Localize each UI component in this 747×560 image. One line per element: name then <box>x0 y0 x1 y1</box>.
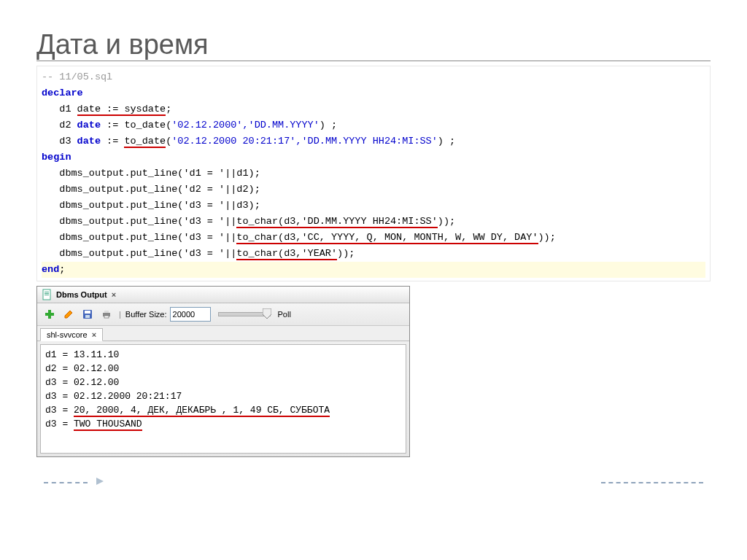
poll-label: Poll <box>278 310 291 319</box>
svg-marker-6 <box>65 311 72 318</box>
output-area[interactable]: d1 = 13.11.10 d2 = 02.12.00 d3 = 02.12.0… <box>40 344 406 454</box>
pencil-icon[interactable] <box>61 306 77 322</box>
footer-dash-left <box>44 482 88 483</box>
svg-rect-1 <box>44 292 49 292</box>
underline-out6: TWO THOUSAND <box>74 419 142 431</box>
svg-rect-12 <box>104 316 109 318</box>
output-line: d3 = 02.12.00 <box>45 377 119 388</box>
poll-slider[interactable] <box>218 312 271 316</box>
slider-thumb-icon[interactable] <box>263 308 271 319</box>
tab-label: shl-svvcore <box>47 330 88 339</box>
kw-begin: begin <box>42 152 71 163</box>
svg-rect-8 <box>85 311 90 314</box>
dbms-titlebar: Dbms Output × <box>37 287 409 303</box>
save-icon[interactable] <box>80 306 96 322</box>
svg-rect-2 <box>44 293 49 294</box>
kw-declare: declare <box>42 88 83 98</box>
kw-end: end <box>42 264 59 275</box>
plus-icon[interactable] <box>42 306 58 322</box>
output-line: d3 = 02.12.2000 20:21:17 <box>45 391 182 402</box>
buffer-size-input[interactable] <box>170 307 211 322</box>
svg-rect-3 <box>44 295 49 295</box>
buffer-size-label: Buffer Size: <box>125 310 167 319</box>
svg-rect-11 <box>104 311 109 313</box>
separator: | <box>117 310 123 319</box>
page-title: Дата и время <box>36 29 711 61</box>
svg-rect-5 <box>45 313 54 316</box>
svg-marker-14 <box>96 478 104 485</box>
underline-tochar2: to_char(d3,'CC, YYYY, Q, MON, MONTH, W, … <box>236 232 538 244</box>
connection-tab[interactable]: shl-svvcore × <box>40 328 103 341</box>
print-icon[interactable] <box>98 306 115 322</box>
dbms-output-panel: Dbms Output × | Buffer Size: Poll shl-sv… <box>36 286 410 457</box>
code-comment: -- 11/05.sql <box>42 71 112 82</box>
play-icon <box>95 476 105 489</box>
tab-close-icon[interactable]: × <box>92 330 96 339</box>
code-editor: -- 11/05.sql declare d1 date := sysdate;… <box>36 66 711 281</box>
underline-tochar3: to_char(d3,'YEAR' <box>236 248 337 260</box>
underline-tochar1: to_char(d3,'DD.MM.YYYY HH24:MI:SS' <box>236 216 437 228</box>
underline-todate: to_date <box>124 136 166 148</box>
dbms-title: Dbms Output <box>56 290 107 299</box>
svg-rect-9 <box>85 315 90 318</box>
underline-d1: date := sysdate <box>77 104 166 116</box>
connection-tabs: shl-svvcore × <box>37 326 409 341</box>
footer-dash-right <box>601 482 703 483</box>
output-line: d1 = 13.11.10 <box>45 349 119 360</box>
underline-out5: 20, 2000, 4, ДЕК, ДЕКАБРЬ , 1, 49 СБ, СУ… <box>74 405 330 417</box>
svg-marker-13 <box>263 308 271 319</box>
close-icon[interactable]: × <box>112 290 116 299</box>
dbms-toolbar: | Buffer Size: Poll <box>37 303 409 326</box>
output-line: d2 = 02.12.00 <box>45 363 119 374</box>
document-icon <box>42 289 53 300</box>
slide-footer <box>36 476 711 489</box>
